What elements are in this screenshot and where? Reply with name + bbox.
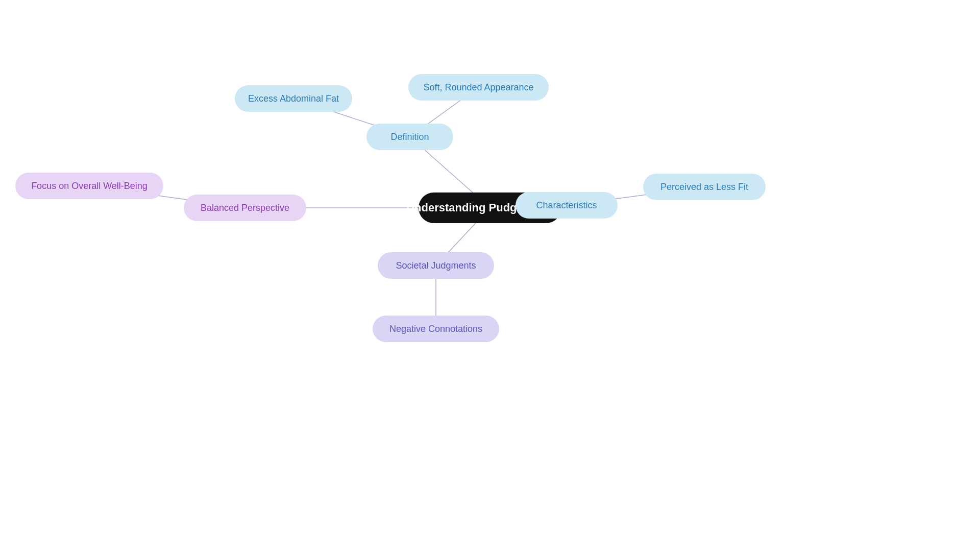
node-balanced-perspective: Balanced Perspective (184, 195, 306, 221)
node-excess-fat: Excess Abdominal Fat (235, 85, 352, 112)
node-focus-wellbeing: Focus on Overall Well-Being (15, 173, 163, 199)
node-definition: Definition (366, 124, 453, 150)
node-negative-connotations: Negative Connotations (373, 316, 499, 342)
node-characteristics: Characteristics (516, 192, 618, 219)
node-perceived-less-fit: Perceived as Less Fit (643, 174, 766, 200)
node-soft-rounded: Soft, Rounded Appearance (408, 74, 549, 101)
node-societal-judgments: Societal Judgments (378, 252, 494, 279)
